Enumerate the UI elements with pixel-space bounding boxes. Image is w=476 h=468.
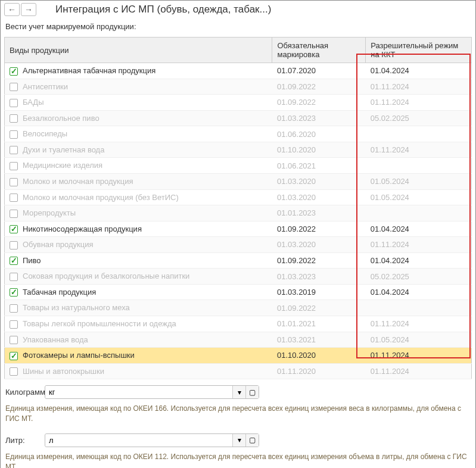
liter-hint: Единица измерения, имеющая код по ОКЕИ 1… [1, 451, 475, 468]
kkt-date: 01.11.2024 [366, 79, 472, 95]
table-row[interactable]: Антисептики01.09.202201.11.2024 [5, 79, 472, 95]
product-checkbox[interactable] [10, 83, 18, 91]
chevron-down-icon: ▾ [238, 436, 241, 444]
liter-input-wrap: ▾ ▢ [45, 433, 259, 447]
product-checkbox[interactable] [10, 130, 18, 139]
kilogram-label: Килограмм: [5, 388, 41, 397]
product-checkbox[interactable] [10, 225, 18, 233]
marking-date: 01.09.2022 [272, 300, 366, 316]
product-table: Виды продукции Обязательная маркировка Р… [4, 37, 472, 379]
marking-date: 01.07.2020 [272, 63, 366, 79]
marking-date: 01.10.2020 [272, 142, 366, 158]
marking-date: 01.09.2022 [272, 221, 366, 237]
kkt-date: 01.05.2024 [366, 173, 472, 189]
product-name: Альтернативная табачная продукция [23, 66, 155, 75]
product-checkbox[interactable] [10, 367, 18, 376]
product-checkbox[interactable] [10, 304, 18, 313]
table-row[interactable]: Молоко и молочная продукция (без ВетИС)0… [5, 189, 472, 205]
open-icon: ▢ [249, 388, 256, 397]
table-row[interactable]: Альтернативная табачная продукция01.07.2… [5, 63, 472, 79]
kkt-date [366, 126, 472, 142]
product-name: Шины и автопокрышки [23, 367, 104, 376]
marking-date: 01.09.2022 [272, 79, 366, 95]
product-checkbox[interactable] [10, 336, 18, 344]
table-row[interactable]: Безалкогольное пиво01.03.202305.02.2025 [5, 110, 472, 126]
product-name: Никотиносодержащая продукция [23, 224, 142, 233]
product-checkbox[interactable] [10, 194, 18, 202]
product-checkbox[interactable] [10, 210, 18, 218]
marking-date: 01.09.2022 [272, 252, 366, 269]
arrow-left-icon: ← [8, 5, 16, 14]
marking-date: 01.03.2020 [272, 237, 366, 253]
table-row[interactable]: Велосипеды01.06.2020 [5, 126, 472, 142]
product-name: Молоко и молочная продукция [23, 177, 133, 186]
product-checkbox[interactable] [10, 178, 18, 186]
product-checkbox[interactable] [10, 146, 18, 154]
product-name: Велосипеды [23, 129, 67, 138]
table-row[interactable]: Пиво01.09.202201.04.2024 [5, 252, 472, 269]
table-row[interactable]: Фотокамеры и лампы-вспышки01.10.202001.1… [5, 348, 472, 364]
kilogram-dropdown-button[interactable]: ▾ [232, 386, 245, 398]
product-checkbox[interactable] [10, 241, 18, 249]
product-checkbox[interactable] [10, 273, 18, 281]
liter-open-button[interactable]: ▢ [245, 434, 259, 447]
product-name: Табачная продукция [23, 288, 96, 297]
subtitle: Вести учет маркируемой продукции: [1, 18, 475, 35]
kkt-date: 01.11.2024 [366, 348, 472, 364]
marking-date: 01.01.2023 [272, 205, 366, 221]
product-name: Обувная продукция [23, 240, 93, 249]
liter-input[interactable] [45, 434, 232, 447]
table-row[interactable]: Табачная продукция01.03.201901.04.2024 [5, 284, 472, 300]
product-name: Упакованная вода [23, 335, 88, 344]
kkt-date [366, 300, 472, 316]
product-checkbox[interactable] [10, 99, 18, 107]
marking-date: 01.06.2020 [272, 126, 366, 142]
kkt-date: 01.05.2024 [366, 189, 472, 205]
arrow-right-icon: → [24, 5, 33, 14]
marking-date: 01.03.2023 [272, 110, 366, 126]
table-row[interactable]: Молоко и молочная продукция01.03.202001.… [5, 173, 472, 189]
table-row[interactable]: Соковая продукция и безалкогольные напит… [5, 269, 472, 285]
kkt-date: 01.11.2024 [366, 363, 472, 379]
table-row[interactable]: БАДы01.09.202201.11.2024 [5, 95, 472, 111]
kilogram-input-wrap: ▾ ▢ [45, 385, 259, 399]
marking-date: 01.03.2023 [272, 269, 366, 285]
table-row[interactable]: Шины и автопокрышки01.11.202001.11.2024 [5, 363, 472, 379]
page-title: Интеграция с ИС МП (обувь, одежда, табак… [55, 4, 271, 15]
product-checkbox[interactable] [10, 352, 18, 360]
col-header-product[interactable]: Виды продукции [5, 38, 272, 63]
kilogram-input[interactable] [45, 386, 232, 398]
product-checkbox[interactable] [10, 257, 18, 265]
kkt-date: 01.04.2024 [366, 252, 472, 269]
col-header-marking[interactable]: Обязательная маркировка [272, 38, 366, 63]
product-name: Антисептики [23, 82, 68, 91]
table-row[interactable]: Медицинские изделия01.06.2021 [5, 158, 472, 174]
col-header-kkt[interactable]: Разрешительный режим на ККТ [366, 38, 472, 63]
table-row[interactable]: Морепродукты01.01.2023 [5, 205, 472, 221]
kkt-date: 01.04.2024 [366, 221, 472, 237]
table-row[interactable]: Духи и туалетная вода01.10.202001.11.202… [5, 142, 472, 158]
kilogram-open-button[interactable]: ▢ [245, 386, 259, 398]
product-name: Фотокамеры и лампы-вспышки [23, 351, 135, 360]
product-checkbox[interactable] [10, 288, 18, 297]
product-checkbox[interactable] [10, 114, 18, 123]
marking-date: 01.03.2019 [272, 284, 366, 300]
back-button[interactable]: ← [4, 3, 20, 16]
marking-date: 01.01.2021 [272, 316, 366, 332]
product-checkbox[interactable] [10, 67, 18, 76]
product-name: Товары из натурального меха [23, 303, 130, 312]
table-row[interactable]: Никотиносодержащая продукция01.09.202201… [5, 221, 472, 237]
liter-dropdown-button[interactable]: ▾ [232, 434, 245, 447]
product-name: Товары легкой промышленности и одежда [23, 319, 176, 328]
product-name: Молоко и молочная продукция (без ВетИС) [23, 193, 179, 202]
table-row[interactable]: Товары легкой промышленности и одежда01.… [5, 316, 472, 332]
product-checkbox[interactable] [10, 320, 18, 329]
table-row[interactable]: Товары из натурального меха01.09.2022 [5, 300, 472, 316]
table-row[interactable]: Обувная продукция01.03.202001.11.2024 [5, 237, 472, 253]
kkt-date: 01.04.2024 [366, 63, 472, 79]
kkt-date: 05.02.2025 [366, 110, 472, 126]
product-checkbox[interactable] [10, 162, 18, 170]
forward-button[interactable]: → [21, 3, 36, 16]
marking-date: 01.09.2022 [272, 95, 366, 111]
table-row[interactable]: Упакованная вода01.03.202101.05.2024 [5, 332, 472, 348]
